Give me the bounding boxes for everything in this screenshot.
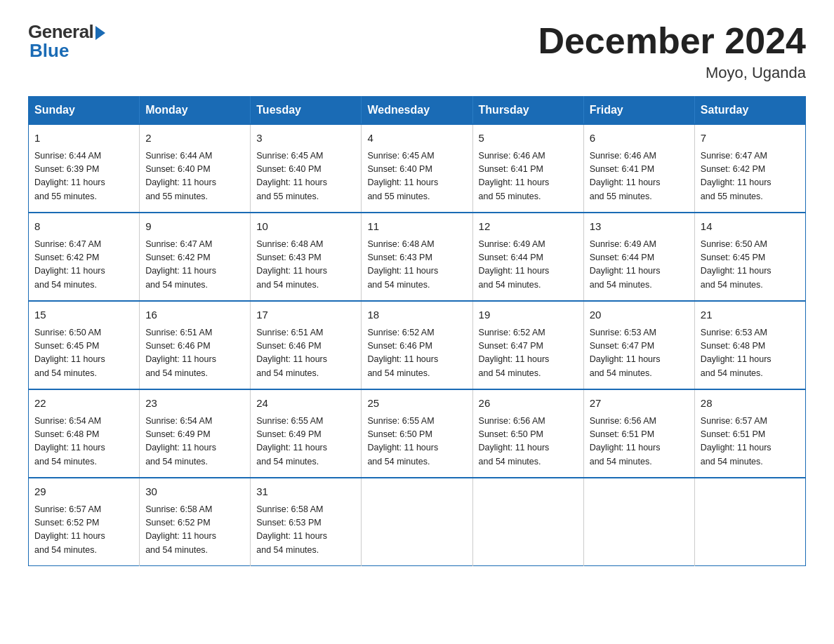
calendar-cell: 25Sunrise: 6:55 AMSunset: 6:50 PMDayligh… — [362, 389, 472, 478]
calendar-cell: 31Sunrise: 6:58 AMSunset: 6:53 PMDayligh… — [251, 478, 362, 566]
day-info: Sunrise: 6:53 AMSunset: 6:47 PMDaylight:… — [590, 326, 689, 381]
day-info: Sunrise: 6:54 AMSunset: 6:49 PMDaylight:… — [145, 415, 244, 469]
calendar-header: SundayMondayTuesdayWednesdayThursdayFrid… — [29, 97, 806, 125]
day-info: Sunrise: 6:51 AMSunset: 6:46 PMDaylight:… — [145, 326, 244, 381]
day-info: Sunrise: 6:48 AMSunset: 6:43 PMDaylight:… — [367, 238, 466, 293]
calendar-cell: 29Sunrise: 6:57 AMSunset: 6:52 PMDayligh… — [29, 478, 140, 566]
calendar-cell: 19Sunrise: 6:52 AMSunset: 6:47 PMDayligh… — [472, 301, 583, 389]
day-number: 14 — [701, 219, 800, 235]
calendar-cell: 2Sunrise: 6:44 AMSunset: 6:40 PMDaylight… — [140, 124, 251, 213]
calendar-cell: 3Sunrise: 6:45 AMSunset: 6:40 PMDaylight… — [251, 124, 362, 213]
day-number: 27 — [590, 396, 689, 412]
day-number: 2 — [145, 130, 244, 147]
day-number: 25 — [367, 396, 466, 412]
day-info: Sunrise: 6:44 AMSunset: 6:40 PMDaylight:… — [145, 149, 244, 204]
day-info: Sunrise: 6:48 AMSunset: 6:43 PMDaylight:… — [256, 238, 355, 293]
day-number: 13 — [590, 219, 689, 235]
day-number: 7 — [701, 130, 800, 147]
day-number: 5 — [479, 130, 578, 147]
location-title: Moyo, Uganda — [538, 64, 806, 82]
calendar-cell: 5Sunrise: 6:46 AMSunset: 6:41 PMDaylight… — [472, 124, 583, 213]
day-number: 4 — [367, 130, 466, 147]
day-info: Sunrise: 6:55 AMSunset: 6:50 PMDaylight:… — [367, 415, 466, 469]
calendar-cell: 22Sunrise: 6:54 AMSunset: 6:48 PMDayligh… — [29, 389, 140, 478]
day-info: Sunrise: 6:45 AMSunset: 6:40 PMDaylight:… — [367, 149, 466, 204]
day-info: Sunrise: 6:52 AMSunset: 6:47 PMDaylight:… — [479, 326, 578, 381]
day-number: 28 — [701, 396, 800, 412]
calendar-cell: 14Sunrise: 6:50 AMSunset: 6:45 PMDayligh… — [694, 213, 805, 301]
header-day: Tuesday — [251, 97, 362, 125]
day-number: 16 — [145, 307, 244, 323]
logo-blue-text: Blue — [29, 40, 69, 62]
logo: General Blue — [28, 21, 105, 62]
calendar-week: 1Sunrise: 6:44 AMSunset: 6:39 PMDaylight… — [29, 124, 806, 213]
day-number: 6 — [590, 130, 689, 147]
day-number: 26 — [479, 396, 578, 412]
day-number: 20 — [590, 307, 689, 323]
day-number: 9 — [145, 219, 244, 235]
day-number: 22 — [34, 396, 133, 412]
day-info: Sunrise: 6:47 AMSunset: 6:42 PMDaylight:… — [145, 238, 244, 293]
day-info: Sunrise: 6:46 AMSunset: 6:41 PMDaylight:… — [590, 149, 689, 204]
day-info: Sunrise: 6:56 AMSunset: 6:51 PMDaylight:… — [590, 415, 689, 469]
calendar-cell — [694, 478, 805, 566]
day-number: 8 — [34, 219, 133, 235]
day-info: Sunrise: 6:47 AMSunset: 6:42 PMDaylight:… — [701, 149, 800, 204]
day-number: 15 — [34, 307, 133, 323]
day-number: 11 — [367, 219, 466, 235]
day-info: Sunrise: 6:44 AMSunset: 6:39 PMDaylight:… — [34, 149, 133, 204]
day-number: 29 — [34, 484, 133, 500]
day-info: Sunrise: 6:47 AMSunset: 6:42 PMDaylight:… — [34, 238, 133, 293]
day-number: 12 — [479, 219, 578, 235]
calendar-cell: 18Sunrise: 6:52 AMSunset: 6:46 PMDayligh… — [362, 301, 472, 389]
day-number: 24 — [256, 396, 355, 412]
day-info: Sunrise: 6:51 AMSunset: 6:46 PMDaylight:… — [256, 326, 355, 381]
calendar-cell: 6Sunrise: 6:46 AMSunset: 6:41 PMDaylight… — [583, 124, 694, 213]
header-day: Wednesday — [362, 97, 472, 125]
header-day: Monday — [140, 97, 251, 125]
calendar-cell: 7Sunrise: 6:47 AMSunset: 6:42 PMDaylight… — [694, 124, 805, 213]
calendar-cell: 10Sunrise: 6:48 AMSunset: 6:43 PMDayligh… — [251, 213, 362, 301]
day-info: Sunrise: 6:56 AMSunset: 6:50 PMDaylight:… — [479, 415, 578, 469]
calendar-cell: 16Sunrise: 6:51 AMSunset: 6:46 PMDayligh… — [140, 301, 251, 389]
calendar-cell: 1Sunrise: 6:44 AMSunset: 6:39 PMDaylight… — [29, 124, 140, 213]
calendar-cell — [472, 478, 583, 566]
day-number: 1 — [34, 130, 133, 147]
calendar-cell: 20Sunrise: 6:53 AMSunset: 6:47 PMDayligh… — [583, 301, 694, 389]
calendar-cell: 30Sunrise: 6:58 AMSunset: 6:52 PMDayligh… — [140, 478, 251, 566]
day-info: Sunrise: 6:45 AMSunset: 6:40 PMDaylight:… — [256, 149, 355, 204]
calendar-cell: 17Sunrise: 6:51 AMSunset: 6:46 PMDayligh… — [251, 301, 362, 389]
calendar-body: 1Sunrise: 6:44 AMSunset: 6:39 PMDaylight… — [29, 124, 806, 566]
day-info: Sunrise: 6:57 AMSunset: 6:51 PMDaylight:… — [701, 415, 800, 469]
header-day: Saturday — [694, 97, 805, 125]
header-day: Thursday — [472, 97, 583, 125]
day-number: 3 — [256, 130, 355, 147]
calendar-cell: 23Sunrise: 6:54 AMSunset: 6:49 PMDayligh… — [140, 389, 251, 478]
calendar-table: SundayMondayTuesdayWednesdayThursdayFrid… — [28, 96, 806, 566]
page-header: General Blue December 2024 Moyo, Uganda — [28, 21, 806, 82]
calendar-cell — [583, 478, 694, 566]
day-number: 21 — [701, 307, 800, 323]
calendar-cell: 12Sunrise: 6:49 AMSunset: 6:44 PMDayligh… — [472, 213, 583, 301]
calendar-cell: 24Sunrise: 6:55 AMSunset: 6:49 PMDayligh… — [251, 389, 362, 478]
logo-arrow-icon — [95, 26, 105, 40]
day-info: Sunrise: 6:49 AMSunset: 6:44 PMDaylight:… — [590, 238, 689, 293]
header-row: SundayMondayTuesdayWednesdayThursdayFrid… — [29, 97, 806, 125]
day-info: Sunrise: 6:49 AMSunset: 6:44 PMDaylight:… — [479, 238, 578, 293]
calendar-cell: 8Sunrise: 6:47 AMSunset: 6:42 PMDaylight… — [29, 213, 140, 301]
day-number: 23 — [145, 396, 244, 412]
month-title: December 2024 — [538, 21, 806, 61]
day-number: 30 — [145, 484, 244, 500]
calendar-cell: 13Sunrise: 6:49 AMSunset: 6:44 PMDayligh… — [583, 213, 694, 301]
day-info: Sunrise: 6:46 AMSunset: 6:41 PMDaylight:… — [479, 149, 578, 204]
header-day: Friday — [583, 97, 694, 125]
day-info: Sunrise: 6:55 AMSunset: 6:49 PMDaylight:… — [256, 415, 355, 469]
calendar-cell: 27Sunrise: 6:56 AMSunset: 6:51 PMDayligh… — [583, 389, 694, 478]
calendar-cell: 26Sunrise: 6:56 AMSunset: 6:50 PMDayligh… — [472, 389, 583, 478]
day-number: 18 — [367, 307, 466, 323]
day-info: Sunrise: 6:57 AMSunset: 6:52 PMDaylight:… — [34, 503, 133, 558]
day-number: 10 — [256, 219, 355, 235]
day-info: Sunrise: 6:53 AMSunset: 6:48 PMDaylight:… — [701, 326, 800, 381]
title-block: December 2024 Moyo, Uganda — [538, 21, 806, 82]
calendar-cell: 4Sunrise: 6:45 AMSunset: 6:40 PMDaylight… — [362, 124, 472, 213]
